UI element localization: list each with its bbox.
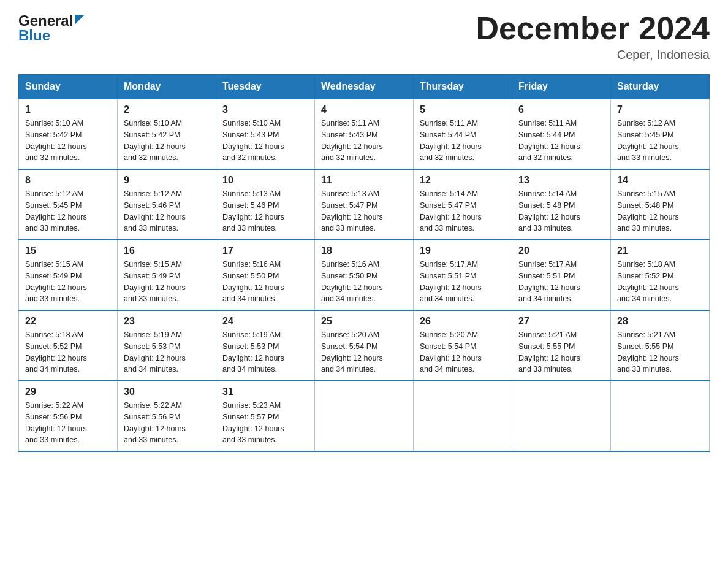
- calendar-cell: 25 Sunrise: 5:20 AMSunset: 5:54 PMDaylig…: [315, 310, 414, 381]
- day-number: 23: [124, 316, 210, 327]
- calendar-cell: 1 Sunrise: 5:10 AMSunset: 5:42 PMDayligh…: [19, 99, 118, 169]
- day-number: 24: [222, 316, 308, 327]
- day-info: Sunrise: 5:18 AMSunset: 5:52 PMDaylight:…: [25, 331, 87, 373]
- day-info: Sunrise: 5:20 AMSunset: 5:54 PMDaylight:…: [420, 331, 482, 373]
- calendar-cell: [315, 381, 414, 451]
- calendar-cell: [611, 381, 710, 451]
- header-tuesday: Tuesday: [216, 75, 315, 99]
- day-info: Sunrise: 5:19 AMSunset: 5:53 PMDaylight:…: [124, 331, 186, 373]
- day-number: 21: [617, 245, 703, 256]
- day-number: 20: [518, 245, 604, 256]
- day-number: 30: [124, 386, 210, 397]
- day-info: Sunrise: 5:22 AMSunset: 5:56 PMDaylight:…: [25, 401, 87, 444]
- calendar-cell: 2 Sunrise: 5:10 AMSunset: 5:42 PMDayligh…: [118, 99, 216, 169]
- day-info: Sunrise: 5:10 AMSunset: 5:43 PMDaylight:…: [222, 119, 284, 162]
- day-number: 6: [518, 104, 604, 115]
- day-info: Sunrise: 5:14 AMSunset: 5:48 PMDaylight:…: [518, 190, 580, 232]
- calendar-cell: 16 Sunrise: 5:15 AMSunset: 5:49 PMDaylig…: [118, 240, 216, 310]
- calendar-cell: 28 Sunrise: 5:21 AMSunset: 5:55 PMDaylig…: [611, 310, 710, 381]
- calendar-cell: 5 Sunrise: 5:11 AMSunset: 5:44 PMDayligh…: [414, 99, 512, 169]
- calendar-cell: 26 Sunrise: 5:20 AMSunset: 5:54 PMDaylig…: [414, 310, 512, 381]
- calendar-cell: [414, 381, 512, 451]
- day-info: Sunrise: 5:20 AMSunset: 5:54 PMDaylight:…: [321, 331, 383, 373]
- calendar-cell: 8 Sunrise: 5:12 AMSunset: 5:45 PMDayligh…: [19, 169, 118, 240]
- calendar-cell: 13 Sunrise: 5:14 AMSunset: 5:48 PMDaylig…: [512, 169, 611, 240]
- day-info: Sunrise: 5:16 AMSunset: 5:50 PMDaylight:…: [222, 260, 284, 303]
- day-number: 18: [321, 245, 407, 256]
- calendar-cell: 15 Sunrise: 5:15 AMSunset: 5:49 PMDaylig…: [19, 240, 118, 310]
- day-info: Sunrise: 5:18 AMSunset: 5:52 PMDaylight:…: [617, 260, 679, 303]
- calendar-cell: 14 Sunrise: 5:15 AMSunset: 5:48 PMDaylig…: [611, 169, 710, 240]
- day-number: 3: [222, 104, 308, 115]
- logo-blue-text: Blue: [18, 27, 50, 44]
- day-number: 13: [518, 175, 604, 186]
- page-header: General Blue December 2024 Ceper, Indone…: [18, 12, 710, 62]
- day-number: 5: [420, 104, 506, 115]
- title-block: December 2024 Ceper, Indonesia: [476, 12, 710, 62]
- header-wednesday: Wednesday: [315, 75, 414, 99]
- day-info: Sunrise: 5:23 AMSunset: 5:57 PMDaylight:…: [222, 401, 284, 444]
- day-number: 15: [25, 245, 111, 256]
- calendar-cell: 17 Sunrise: 5:16 AMSunset: 5:50 PMDaylig…: [216, 240, 315, 310]
- calendar-cell: 31 Sunrise: 5:23 AMSunset: 5:57 PMDaylig…: [216, 381, 315, 451]
- logo-triangle-icon: [75, 15, 85, 25]
- calendar-cell: 4 Sunrise: 5:11 AMSunset: 5:43 PMDayligh…: [315, 99, 414, 169]
- day-info: Sunrise: 5:19 AMSunset: 5:53 PMDaylight:…: [222, 331, 284, 373]
- location-text: Ceper, Indonesia: [476, 48, 710, 62]
- day-number: 29: [25, 386, 111, 397]
- day-number: 14: [617, 175, 703, 186]
- day-info: Sunrise: 5:17 AMSunset: 5:51 PMDaylight:…: [420, 260, 482, 303]
- calendar-cell: 6 Sunrise: 5:11 AMSunset: 5:44 PMDayligh…: [512, 99, 611, 169]
- day-info: Sunrise: 5:22 AMSunset: 5:56 PMDaylight:…: [124, 401, 186, 444]
- day-number: 11: [321, 175, 407, 186]
- header-monday: Monday: [118, 75, 216, 99]
- day-number: 10: [222, 175, 308, 186]
- calendar-cell: 7 Sunrise: 5:12 AMSunset: 5:45 PMDayligh…: [611, 99, 710, 169]
- header-sunday: Sunday: [19, 75, 118, 99]
- day-info: Sunrise: 5:11 AMSunset: 5:43 PMDaylight:…: [321, 119, 383, 162]
- day-info: Sunrise: 5:15 AMSunset: 5:49 PMDaylight:…: [25, 260, 87, 303]
- calendar-week-row: 22 Sunrise: 5:18 AMSunset: 5:52 PMDaylig…: [19, 310, 710, 381]
- day-info: Sunrise: 5:15 AMSunset: 5:48 PMDaylight:…: [617, 190, 679, 232]
- calendar-cell: 23 Sunrise: 5:19 AMSunset: 5:53 PMDaylig…: [118, 310, 216, 381]
- day-number: 16: [124, 245, 210, 256]
- day-info: Sunrise: 5:13 AMSunset: 5:47 PMDaylight:…: [321, 190, 383, 232]
- calendar-cell: 20 Sunrise: 5:17 AMSunset: 5:51 PMDaylig…: [512, 240, 611, 310]
- day-info: Sunrise: 5:11 AMSunset: 5:44 PMDaylight:…: [518, 119, 580, 162]
- day-number: 8: [25, 175, 111, 186]
- day-number: 9: [124, 175, 210, 186]
- day-info: Sunrise: 5:16 AMSunset: 5:50 PMDaylight:…: [321, 260, 383, 303]
- calendar-cell: [512, 381, 611, 451]
- header-saturday: Saturday: [611, 75, 710, 99]
- day-info: Sunrise: 5:10 AMSunset: 5:42 PMDaylight:…: [25, 119, 87, 162]
- month-title: December 2024: [476, 12, 710, 44]
- calendar-cell: 30 Sunrise: 5:22 AMSunset: 5:56 PMDaylig…: [118, 381, 216, 451]
- calendar-cell: 29 Sunrise: 5:22 AMSunset: 5:56 PMDaylig…: [19, 381, 118, 451]
- day-info: Sunrise: 5:12 AMSunset: 5:45 PMDaylight:…: [25, 190, 87, 232]
- day-info: Sunrise: 5:10 AMSunset: 5:42 PMDaylight:…: [124, 119, 186, 162]
- calendar-cell: 18 Sunrise: 5:16 AMSunset: 5:50 PMDaylig…: [315, 240, 414, 310]
- day-info: Sunrise: 5:21 AMSunset: 5:55 PMDaylight:…: [518, 331, 580, 373]
- day-number: 26: [420, 316, 506, 327]
- day-info: Sunrise: 5:13 AMSunset: 5:46 PMDaylight:…: [222, 190, 284, 232]
- day-number: 4: [321, 104, 407, 115]
- day-info: Sunrise: 5:14 AMSunset: 5:47 PMDaylight:…: [420, 190, 482, 232]
- calendar-cell: 24 Sunrise: 5:19 AMSunset: 5:53 PMDaylig…: [216, 310, 315, 381]
- header-friday: Friday: [512, 75, 611, 99]
- day-number: 19: [420, 245, 506, 256]
- calendar-cell: 22 Sunrise: 5:18 AMSunset: 5:52 PMDaylig…: [19, 310, 118, 381]
- calendar-week-row: 15 Sunrise: 5:15 AMSunset: 5:49 PMDaylig…: [19, 240, 710, 310]
- calendar-week-row: 8 Sunrise: 5:12 AMSunset: 5:45 PMDayligh…: [19, 169, 710, 240]
- day-number: 2: [124, 104, 210, 115]
- day-number: 27: [518, 316, 604, 327]
- calendar-week-row: 29 Sunrise: 5:22 AMSunset: 5:56 PMDaylig…: [19, 381, 710, 451]
- calendar-cell: 9 Sunrise: 5:12 AMSunset: 5:46 PMDayligh…: [118, 169, 216, 240]
- day-number: 17: [222, 245, 308, 256]
- day-info: Sunrise: 5:21 AMSunset: 5:55 PMDaylight:…: [617, 331, 679, 373]
- calendar-cell: 19 Sunrise: 5:17 AMSunset: 5:51 PMDaylig…: [414, 240, 512, 310]
- day-number: 7: [617, 104, 703, 115]
- calendar-cell: 10 Sunrise: 5:13 AMSunset: 5:46 PMDaylig…: [216, 169, 315, 240]
- day-info: Sunrise: 5:11 AMSunset: 5:44 PMDaylight:…: [420, 119, 482, 162]
- calendar-cell: 12 Sunrise: 5:14 AMSunset: 5:47 PMDaylig…: [414, 169, 512, 240]
- calendar-table: SundayMondayTuesdayWednesdayThursdayFrid…: [18, 74, 710, 452]
